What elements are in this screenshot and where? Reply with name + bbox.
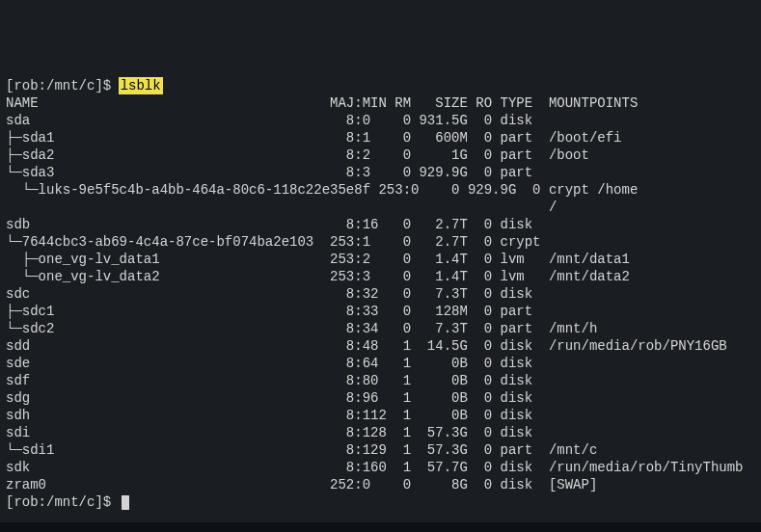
cursor-icon — [122, 495, 129, 510]
prompt-prefix-2: [rob:/mnt/c]$ — [6, 494, 120, 510]
lsblk-row: ├─one_vg-lv_data1 253:2 0 1.4T 0 lvm /mn… — [6, 251, 755, 268]
lsblk-row: └─sda3 8:3 0 929.9G 0 part — [6, 164, 755, 181]
lsblk-row: └─sdc2 8:34 0 7.3T 0 part /mnt/h — [6, 320, 755, 337]
lsblk-row: sdg 8:96 1 0B 0 disk — [6, 389, 755, 407]
prompt-prefix: [rob:/mnt/c]$ — [6, 78, 120, 93]
lsblk-row: ├─sda2 8:2 0 1G 0 part /boot — [6, 146, 755, 164]
lsblk-output: sda 8:0 0 931.5G 0 disk ├─sda1 8:1 0 600… — [6, 112, 755, 493]
lsblk-row: ├─sdc1 8:33 0 128M 0 part — [6, 303, 755, 320]
lsblk-row: sde 8:64 1 0B 0 disk — [6, 355, 755, 372]
lsblk-row: sdi 8:128 1 57.3G 0 disk — [6, 424, 755, 441]
lsblk-header: NAME MAJ:MIN RM SIZE RO TYPE MOUNTPOINTS — [6, 94, 755, 112]
lsblk-row: sdf 8:80 1 0B 0 disk — [6, 372, 755, 389]
lsblk-row: sdc 8:32 0 7.3T 0 disk — [6, 285, 755, 303]
lsblk-row: sdb 8:16 0 2.7T 0 disk — [6, 216, 755, 233]
lsblk-row: └─7644cbc3-ab69-4c4a-87ce-bf074ba2e103 2… — [6, 233, 755, 251]
lsblk-row: └─luks-9e5f5c4b-a4bb-464a-80c6-118c22e35… — [6, 181, 755, 199]
lsblk-row: ├─sda1 8:1 0 600M 0 part /boot/efi — [6, 129, 755, 146]
entered-command: lsblk — [120, 78, 162, 93]
lsblk-row: └─one_vg-lv_data2 253:3 0 1.4T 0 lvm /mn… — [6, 268, 755, 285]
prompt-line-1: [rob:/mnt/c]$ lsblk — [6, 77, 755, 94]
lsblk-row: zram0 252:0 0 8G 0 disk [SWAP] — [6, 476, 755, 493]
lsblk-row: sdh 8:112 1 0B 0 disk — [6, 407, 755, 424]
lsblk-row: sda 8:0 0 931.5G 0 disk — [6, 112, 755, 129]
taskbar — [0, 522, 761, 532]
prompt-line-2[interactable]: [rob:/mnt/c]$ — [6, 493, 755, 511]
lsblk-row: └─sdi1 8:129 1 57.3G 0 part /mnt/c — [6, 441, 755, 459]
lsblk-row: / — [6, 199, 755, 216]
lsblk-row: sdd 8:48 1 14.5G 0 disk /run/media/rob/P… — [6, 337, 755, 355]
lsblk-row: sdk 8:160 1 57.7G 0 disk /run/media/rob/… — [6, 459, 755, 476]
